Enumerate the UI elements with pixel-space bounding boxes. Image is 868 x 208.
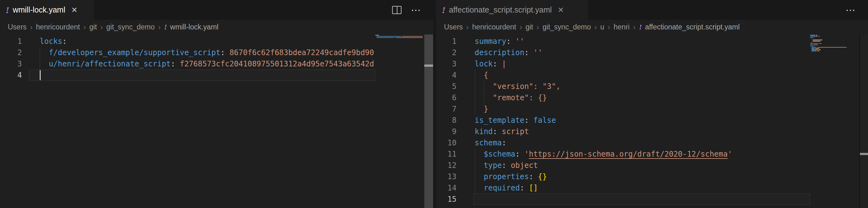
line-number[interactable]: 1 xyxy=(436,36,457,47)
line-number[interactable]: 9 xyxy=(436,126,457,137)
line-number[interactable]: 3 xyxy=(436,58,457,70)
code-row: 1summary: '' xyxy=(436,36,810,47)
line-number[interactable]: 2 xyxy=(0,47,22,58)
breadcrumb-segment[interactable]: git xyxy=(526,23,533,31)
minimap-line xyxy=(846,47,847,48)
vertical-scrollbar[interactable] xyxy=(859,34,868,208)
breadcrumb-segment[interactable]: git xyxy=(89,23,97,31)
code-text: type: object xyxy=(475,160,538,171)
minimap-line xyxy=(818,36,820,37)
code-row: 12 type: object xyxy=(436,160,810,171)
minimap-line xyxy=(813,45,813,46)
code-text: "remote": {} xyxy=(475,92,547,103)
text-cursor xyxy=(40,70,41,80)
code-text: properties: {} xyxy=(475,171,547,182)
tab-wmill-lock-yaml[interactable]: ! wmill-lock.yaml ✕ xyxy=(0,0,94,20)
code-row: 5 "version": "3", xyxy=(436,81,810,92)
minimap-line xyxy=(817,43,818,44)
code-text: { xyxy=(475,70,488,81)
editor-actions-right: ⋯ xyxy=(845,0,868,20)
line-number[interactable]: 8 xyxy=(436,115,457,126)
close-icon[interactable]: ✕ xyxy=(558,6,564,15)
vertical-scrollbar[interactable] xyxy=(424,34,433,208)
minimap-line xyxy=(817,36,818,37)
minimap-line xyxy=(378,35,379,36)
minimap-line xyxy=(810,46,814,47)
code-row: 2 f/developers_example/supportive_script… xyxy=(0,47,375,58)
code-row: 4 xyxy=(0,70,375,81)
breadcrumb-segment[interactable]: u xyxy=(600,23,604,31)
line-number[interactable]: 13 xyxy=(436,171,457,182)
breadcrumb-segment[interactable]: Users xyxy=(8,23,27,31)
close-icon[interactable]: ✕ xyxy=(71,6,78,15)
breadcrumb-file[interactable]: wmill-lock.yaml xyxy=(170,23,219,31)
yaml-file-icon: ! xyxy=(164,23,167,31)
tab-affectionate-script-yaml[interactable]: ! affectionate_script.script.yaml ✕ xyxy=(436,0,588,20)
editor-group-right: ! affectionate_script.script.yaml ✕ ⋯ Us… xyxy=(436,0,868,208)
line-number[interactable]: 5 xyxy=(436,81,457,92)
minimap-line xyxy=(818,47,846,48)
breadcrumb-segment[interactable]: henricourdent xyxy=(472,23,516,31)
minimap-line xyxy=(402,36,423,37)
minimap-line xyxy=(814,37,814,38)
split-editor-icon[interactable] xyxy=(392,6,401,14)
editor-left[interactable]: 1locks:2 f/developers_example/supportive… xyxy=(0,34,433,208)
code-area[interactable]: 1summary: ''2description: ''3lock: |4 {5… xyxy=(436,34,810,208)
minimap-line xyxy=(810,45,813,46)
minimap[interactable] xyxy=(375,34,424,208)
minimap-line xyxy=(816,35,817,36)
code-area[interactable]: 1locks:2 f/developers_example/supportive… xyxy=(0,34,375,208)
line-number[interactable]: 1 xyxy=(0,36,22,47)
minimap-line xyxy=(813,40,823,41)
code-row: 4 { xyxy=(436,70,810,81)
chevron-right-icon: › xyxy=(536,23,539,32)
code-row: 10schema: xyxy=(436,137,810,149)
line-number[interactable]: 14 xyxy=(436,182,457,193)
minimap-line xyxy=(376,36,401,37)
breadcrumb-segment[interactable]: Users xyxy=(444,23,463,31)
code-text: "version": "3", xyxy=(475,81,561,92)
more-actions-icon[interactable]: ⋯ xyxy=(845,5,856,15)
editor-right[interactable]: 1summary: ''2description: ''3lock: |4 {5… xyxy=(436,34,868,208)
breadcrumb-segment[interactable]: git_sync_demo xyxy=(542,23,591,31)
line-number[interactable]: 7 xyxy=(436,103,457,115)
line-number[interactable]: 4 xyxy=(436,70,457,81)
breadcrumb-segment[interactable]: henri xyxy=(614,23,630,31)
code-text: schema: xyxy=(475,137,506,149)
minimap-line xyxy=(818,50,819,51)
yaml-file-icon: ! xyxy=(639,23,642,31)
breadcrumb-segment[interactable]: henricourdent xyxy=(36,23,80,31)
minimap-line xyxy=(811,38,812,40)
line-number[interactable]: 6 xyxy=(436,92,457,103)
editor-group-left: ! wmill-lock.yaml ✕ ⋯ Users›henricourden… xyxy=(0,0,433,208)
code-text: lock: | xyxy=(475,58,506,70)
minimap-line xyxy=(816,47,816,48)
breadcrumb-right[interactable]: Users›henricourdent›git›git_sync_demo›u›… xyxy=(436,20,868,34)
line-number[interactable]: 4 xyxy=(0,70,22,81)
chevron-right-icon: › xyxy=(520,23,522,32)
line-number[interactable]: 12 xyxy=(436,160,457,171)
minimap-line xyxy=(813,41,820,42)
line-number[interactable]: 15 xyxy=(436,193,457,205)
line-number[interactable]: 3 xyxy=(0,58,22,70)
code-row: 8is_template: false xyxy=(436,115,810,126)
chevron-right-icon: › xyxy=(608,23,610,32)
code-text: summary: '' xyxy=(475,36,524,47)
line-number[interactable]: 11 xyxy=(436,149,457,160)
cursor-overview-decoration xyxy=(424,64,433,67)
minimap[interactable] xyxy=(810,34,859,208)
chevron-right-icon: › xyxy=(158,23,161,32)
yaml-file-icon: ! xyxy=(442,5,445,15)
minimap-line xyxy=(375,35,378,36)
minimap-line xyxy=(818,43,822,44)
breadcrumb-file[interactable]: affectionate_script.script.yaml xyxy=(645,23,740,31)
breadcrumb-left[interactable]: Users›henricourdent›git›git_sync_demo›!w… xyxy=(0,20,433,34)
breadcrumb-segment[interactable]: git_sync_demo xyxy=(106,23,155,31)
chevron-right-icon: › xyxy=(466,23,469,32)
more-actions-icon[interactable]: ⋯ xyxy=(411,5,422,15)
code-row: 15 xyxy=(436,193,810,205)
line-number[interactable]: 10 xyxy=(436,137,457,149)
minimap-line xyxy=(814,35,815,36)
code-text: required: [] xyxy=(475,182,538,193)
line-number[interactable]: 2 xyxy=(436,47,457,58)
